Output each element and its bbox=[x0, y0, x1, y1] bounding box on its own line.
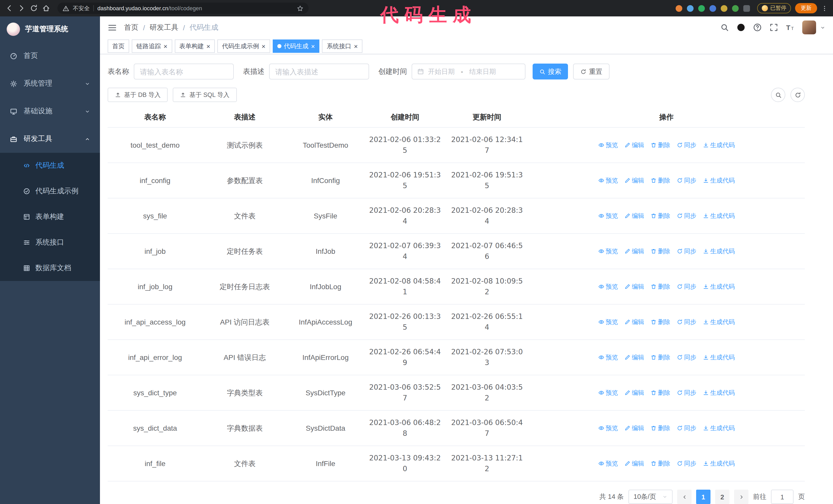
goto-page-input[interactable] bbox=[771, 490, 793, 504]
delete-link[interactable]: 删除 bbox=[650, 424, 670, 433]
sync-link[interactable]: 同步 bbox=[676, 282, 696, 291]
tab-close-icon[interactable]: × bbox=[164, 43, 167, 50]
tab-close-icon[interactable]: × bbox=[311, 43, 315, 50]
preview-link[interactable]: 预览 bbox=[598, 317, 618, 327]
browser-reload-icon[interactable] bbox=[30, 4, 38, 12]
tab[interactable]: 代码生成× bbox=[273, 40, 319, 53]
tab[interactable]: 首页 bbox=[108, 40, 129, 53]
sidebar-subitem-db-doc[interactable]: 数据库文档 bbox=[0, 255, 100, 281]
preview-link[interactable]: 预览 bbox=[598, 211, 618, 220]
breadcrumb-item[interactable]: 首页 bbox=[124, 23, 138, 32]
delete-link[interactable]: 删除 bbox=[650, 282, 670, 291]
delete-link[interactable]: 删除 bbox=[650, 353, 670, 362]
user-avatar[interactable] bbox=[802, 21, 816, 34]
browser-update-button[interactable]: 更新 bbox=[795, 3, 817, 13]
sidebar-subitem-codegen[interactable]: 代码生成 bbox=[0, 153, 100, 178]
browser-forward-icon[interactable] bbox=[18, 4, 26, 12]
tab-close-icon[interactable]: × bbox=[206, 43, 210, 50]
tab[interactable]: 表单构建× bbox=[174, 40, 215, 53]
docs-help-icon[interactable] bbox=[753, 23, 762, 32]
preview-link[interactable]: 预览 bbox=[598, 424, 618, 433]
sync-link[interactable]: 同步 bbox=[676, 317, 696, 327]
tab-close-icon[interactable]: × bbox=[261, 43, 265, 50]
page-size-select[interactable]: 10条/页 bbox=[628, 490, 672, 504]
github-icon[interactable] bbox=[737, 23, 745, 32]
extension-green-v[interactable] bbox=[698, 5, 705, 11]
generate-code-link[interactable]: 生成代码 bbox=[703, 459, 735, 468]
edit-link[interactable]: 编辑 bbox=[624, 282, 644, 291]
import-sql-button[interactable]: 基于 SQL 导入 bbox=[173, 88, 237, 102]
browser-back-icon[interactable] bbox=[5, 4, 13, 12]
sidebar-subitem-system-api[interactable]: 系统接口 bbox=[0, 230, 100, 255]
profile-paused-badge[interactable]: 已暂停 bbox=[757, 3, 791, 13]
edit-link[interactable]: 编辑 bbox=[624, 424, 644, 433]
preview-link[interactable]: 预览 bbox=[598, 353, 618, 362]
sync-link[interactable]: 同步 bbox=[676, 353, 696, 362]
font-size-icon[interactable]: TT bbox=[786, 23, 794, 32]
delete-link[interactable]: 删除 bbox=[650, 141, 670, 150]
table-desc-input[interactable] bbox=[269, 64, 369, 79]
extension-yellow[interactable] bbox=[720, 5, 727, 11]
extension-leaf[interactable] bbox=[732, 5, 738, 11]
header-search-icon[interactable] bbox=[720, 23, 729, 32]
browser-menu-icon[interactable] bbox=[821, 5, 828, 11]
reset-button[interactable]: 重置 bbox=[573, 64, 610, 79]
extension-puzzle[interactable] bbox=[743, 5, 750, 11]
prev-page-button[interactable] bbox=[677, 490, 691, 504]
tab-close-icon[interactable]: × bbox=[354, 43, 358, 50]
preview-link[interactable]: 预览 bbox=[598, 176, 618, 185]
sidebar-item-home[interactable]: 首页 bbox=[0, 42, 100, 70]
sidebar-toggle-icon[interactable] bbox=[108, 23, 117, 32]
generate-code-link[interactable]: 生成代码 bbox=[703, 353, 735, 362]
refresh-button[interactable] bbox=[790, 88, 805, 102]
tab[interactable]: 系统接口× bbox=[322, 40, 362, 53]
preview-link[interactable]: 预览 bbox=[598, 247, 618, 256]
sync-link[interactable]: 同步 bbox=[676, 459, 696, 468]
edit-link[interactable]: 编辑 bbox=[624, 247, 644, 256]
page-button-1[interactable]: 1 bbox=[696, 490, 711, 504]
sidebar-item-infrastructure[interactable]: 基础设施 bbox=[0, 97, 100, 125]
tab[interactable]: 链路追踪× bbox=[132, 40, 172, 53]
delete-link[interactable]: 删除 bbox=[650, 211, 670, 220]
sidebar-item-devtools[interactable]: 研发工具 bbox=[0, 125, 100, 153]
edit-link[interactable]: 编辑 bbox=[624, 211, 644, 220]
generate-code-link[interactable]: 生成代码 bbox=[703, 317, 735, 327]
page-button-2[interactable]: 2 bbox=[715, 490, 730, 504]
extension-orange[interactable] bbox=[675, 5, 682, 11]
preview-link[interactable]: 预览 bbox=[598, 141, 618, 150]
delete-link[interactable]: 删除 bbox=[650, 317, 670, 327]
table-name-input[interactable] bbox=[134, 64, 234, 79]
next-page-button[interactable] bbox=[734, 490, 748, 504]
date-range-picker[interactable]: 开始日期 - 结束日期 bbox=[412, 64, 525, 79]
sync-link[interactable]: 同步 bbox=[676, 176, 696, 185]
edit-link[interactable]: 编辑 bbox=[624, 317, 644, 327]
sync-link[interactable]: 同步 bbox=[676, 211, 696, 220]
generate-code-link[interactable]: 生成代码 bbox=[703, 141, 735, 150]
generate-code-link[interactable]: 生成代码 bbox=[703, 282, 735, 291]
edit-link[interactable]: 编辑 bbox=[624, 388, 644, 398]
breadcrumb-item[interactable]: 研发工具 bbox=[150, 23, 178, 32]
generate-code-link[interactable]: 生成代码 bbox=[703, 388, 735, 398]
preview-link[interactable]: 预览 bbox=[598, 388, 618, 398]
generate-code-link[interactable]: 生成代码 bbox=[703, 247, 735, 256]
delete-link[interactable]: 删除 bbox=[650, 247, 670, 256]
generate-code-link[interactable]: 生成代码 bbox=[703, 211, 735, 220]
extension-people[interactable] bbox=[709, 5, 716, 11]
fullscreen-icon[interactable] bbox=[769, 23, 778, 32]
edit-link[interactable]: 编辑 bbox=[624, 459, 644, 468]
import-db-button[interactable]: 基于 DB 导入 bbox=[108, 88, 168, 102]
delete-link[interactable]: 删除 bbox=[650, 459, 670, 468]
sync-link[interactable]: 同步 bbox=[676, 424, 696, 433]
tab[interactable]: 代码生成示例× bbox=[217, 40, 270, 53]
generate-code-link[interactable]: 生成代码 bbox=[703, 176, 735, 185]
preview-link[interactable]: 预览 bbox=[598, 282, 618, 291]
generate-code-link[interactable]: 生成代码 bbox=[703, 424, 735, 433]
sync-link[interactable]: 同步 bbox=[676, 247, 696, 256]
user-menu-caret-icon[interactable] bbox=[820, 25, 825, 30]
sidebar-subitem-codegen-example[interactable]: 代码生成示例 bbox=[0, 178, 100, 204]
sync-link[interactable]: 同步 bbox=[676, 388, 696, 398]
preview-link[interactable]: 预览 bbox=[598, 459, 618, 468]
edit-link[interactable]: 编辑 bbox=[624, 176, 644, 185]
delete-link[interactable]: 删除 bbox=[650, 388, 670, 398]
edit-link[interactable]: 编辑 bbox=[624, 141, 644, 150]
